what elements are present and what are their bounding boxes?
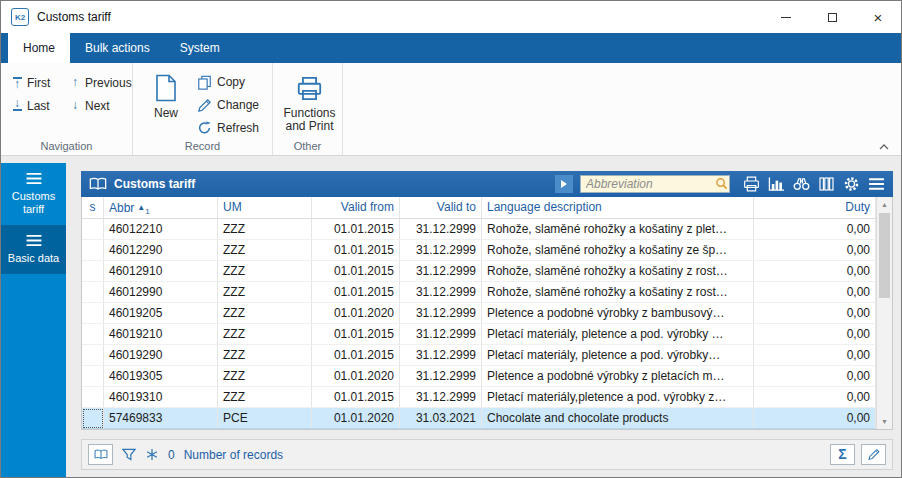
first-button[interactable]: ↑First	[11, 71, 67, 94]
sort-asc-icon: ▲1	[137, 197, 149, 218]
printer-icon[interactable]	[742, 175, 760, 193]
table-row[interactable]: 46012290ZZZ01.01.201531.12.2999Rohože, s…	[82, 240, 876, 261]
record-count: 0	[168, 448, 175, 462]
minimize-button[interactable]	[763, 1, 809, 33]
table-row[interactable]: 46019310ZZZ01.01.201531.12.2999Pletací m…	[82, 387, 876, 408]
column-header-um[interactable]: UM	[218, 197, 312, 218]
ribbon-group-record: New CopyChangeRefresh Record	[133, 63, 273, 155]
record-items: CopyChangeRefresh	[197, 71, 259, 139]
table-row[interactable]: 46019290ZZZ01.01.201531.12.2999Pletací m…	[82, 345, 876, 366]
panel-toolbar	[742, 175, 885, 193]
title-bar: K2 Customs tariff ×	[1, 1, 901, 33]
sidebar-item-basic-data[interactable]: Basic data	[1, 225, 66, 274]
snowflake-icon[interactable]	[145, 448, 159, 461]
ribbon-group-navigation: ↑First↑Previous↓Last↓Next Navigation	[1, 63, 133, 155]
column-header-valid-from[interactable]: Valid from	[312, 197, 400, 218]
main-panel: Customs tariff sAbbr▲1UMValid fromValid …	[81, 171, 893, 470]
table-row[interactable]: 46019205ZZZ01.01.202031.12.2999Pletence …	[82, 303, 876, 324]
previous-button[interactable]: ↑Previous	[69, 71, 132, 94]
vertical-scrollbar[interactable]: ▲ ▼	[876, 197, 892, 429]
panel-header: Customs tariff	[81, 171, 893, 197]
scroll-up-icon[interactable]: ▲	[877, 197, 892, 212]
panel-title: Customs tariff	[114, 177, 195, 191]
table-row[interactable]: 46019305ZZZ01.01.202031.12.2999Pletence …	[82, 366, 876, 387]
menu-icon[interactable]	[867, 175, 885, 193]
table-body: 46012210ZZZ01.01.201531.12.2999Rohože, s…	[82, 219, 876, 429]
column-header-duty[interactable]: Duty	[754, 197, 876, 218]
column-header-valid-to[interactable]: Valid to	[400, 197, 482, 218]
sidebar: Customs tariffBasic data	[1, 163, 66, 477]
new-button[interactable]: New	[143, 71, 189, 139]
last-icon: ↓	[11, 99, 23, 112]
book-icon	[94, 448, 108, 461]
search-box	[580, 175, 730, 193]
functions-and-print-button[interactable]: Functions and Print	[283, 71, 336, 133]
maximize-icon	[828, 13, 837, 22]
refresh-icon	[197, 120, 212, 135]
app-icon: K2	[11, 8, 29, 26]
search-input[interactable]	[580, 175, 730, 193]
sidebar-item-label: Customs tariff	[3, 190, 64, 216]
table-row[interactable]: 57469833PCE01.01.202031.03.2021Chocolate…	[82, 408, 876, 429]
ribbon: ↑First↑Previous↓Last↓Next Navigation New…	[1, 63, 901, 156]
first-icon: ↑	[11, 76, 23, 89]
table-row[interactable]: 46019210ZZZ01.01.201531.12.2999Pletací m…	[82, 324, 876, 345]
copy-icon	[197, 75, 212, 90]
table-row[interactable]: 46012990ZZZ01.01.201531.12.2999Rohože, s…	[82, 282, 876, 303]
next-icon: ↓	[69, 101, 81, 110]
book-icon	[89, 177, 107, 191]
ribbon-tab-bar: HomeBulk actionsSystem	[1, 33, 901, 63]
ribbon-collapse-button[interactable]	[879, 144, 889, 150]
app-window: K2 Customs tariff × HomeBulk actionsSyst…	[0, 0, 902, 478]
list-icon	[25, 172, 43, 185]
table-header-row: sAbbr▲1UMValid fromValid toLanguage desc…	[82, 197, 876, 219]
sum-button[interactable]: Σ	[830, 444, 855, 465]
filter-icon[interactable]	[122, 448, 136, 461]
printer-icon	[296, 72, 323, 104]
tab-home[interactable]: Home	[8, 33, 70, 63]
copy-button[interactable]: Copy	[197, 71, 259, 94]
list-icon	[25, 234, 43, 247]
play-button[interactable]	[555, 175, 573, 193]
close-button[interactable]: ×	[855, 1, 901, 33]
minimize-icon	[781, 17, 791, 18]
status-bar: 0 Number of records Σ	[81, 439, 893, 470]
sidebar-item-label: Basic data	[8, 252, 59, 265]
column-header-abbr[interactable]: Abbr▲1	[104, 197, 218, 218]
refresh-button[interactable]: Refresh	[197, 116, 259, 139]
grid-area: sAbbr▲1UMValid fromValid toLanguage desc…	[81, 197, 893, 430]
chart-icon[interactable]	[767, 175, 785, 193]
column-header-s[interactable]: s	[82, 197, 104, 218]
record-count-label: Number of records	[184, 448, 283, 462]
statusbar-right: Σ	[830, 444, 886, 465]
table-row[interactable]: 46012210ZZZ01.01.201531.12.2999Rohože, s…	[82, 219, 876, 240]
binoculars-icon[interactable]	[792, 175, 810, 193]
gear-icon[interactable]	[842, 175, 860, 193]
tab-system[interactable]: System	[165, 33, 235, 63]
change-button[interactable]: Change	[197, 94, 259, 117]
previous-icon: ↑	[69, 78, 81, 87]
table-row[interactable]: 46012910ZZZ01.01.201531.12.2999Rohože, s…	[82, 261, 876, 282]
book-toggle-button[interactable]	[88, 444, 113, 465]
group-label-other: Other	[273, 140, 342, 152]
next-button[interactable]: ↓Next	[69, 94, 132, 117]
chevron-up-icon	[879, 144, 889, 150]
last-button[interactable]: ↓Last	[11, 94, 67, 117]
sum-icon: Σ	[838, 447, 846, 462]
magnifier-icon[interactable]	[715, 177, 728, 190]
new-document-icon	[154, 72, 178, 104]
change-icon	[197, 98, 212, 113]
maximize-button[interactable]	[809, 1, 855, 33]
edit-button[interactable]	[861, 444, 886, 465]
window-controls: ×	[763, 1, 901, 33]
scroll-down-icon[interactable]: ▼	[877, 414, 892, 429]
sidebar-item-customs-tariff[interactable]: Customs tariff	[1, 163, 66, 225]
ribbon-group-other: Functions and Print Other	[273, 63, 343, 155]
column-header-language-description[interactable]: Language description	[482, 197, 754, 218]
columns-icon[interactable]	[817, 175, 835, 193]
scrollbar-thumb[interactable]	[879, 213, 890, 298]
tab-bulk-actions[interactable]: Bulk actions	[70, 33, 165, 63]
window-title: Customs tariff	[37, 10, 111, 24]
pencil-icon	[867, 448, 881, 461]
navigation-items: ↑First↑Previous↓Last↓Next	[11, 71, 126, 117]
